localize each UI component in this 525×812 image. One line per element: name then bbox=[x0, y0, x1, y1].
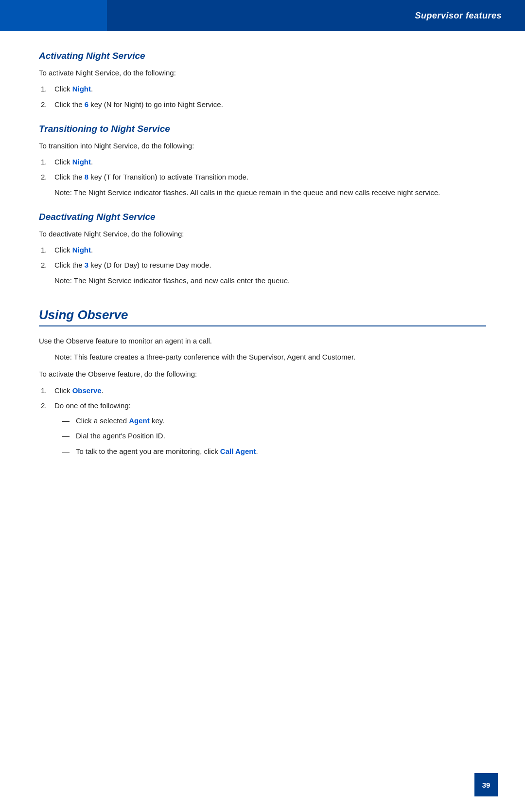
step-text: Do one of the following: bbox=[54, 400, 486, 411]
dash-symbol: — bbox=[62, 430, 76, 441]
step-num: 2. bbox=[39, 99, 54, 110]
main-content: Activating Night Service To activate Nig… bbox=[0, 31, 525, 500]
page-number: 39 bbox=[474, 773, 498, 796]
observe-activate-intro: To activate the Observe feature, do the … bbox=[39, 368, 486, 379]
step-text: Click the 8 key (T for Transition) to ac… bbox=[54, 171, 486, 182]
deactivating-steps-list: 1. Click Night. 2. Click the 3 key (D fo… bbox=[39, 244, 486, 271]
step-num: 2. bbox=[39, 171, 54, 182]
observe-step-2: 2. Do one of the following: bbox=[39, 400, 486, 411]
sub-item-text: To talk to the agent you are monitoring,… bbox=[76, 446, 486, 457]
dash-symbol: — bbox=[62, 446, 76, 457]
night-link-2[interactable]: Night bbox=[72, 158, 91, 166]
agent-link[interactable]: Agent bbox=[129, 416, 150, 425]
step-text: Click Night. bbox=[54, 244, 486, 255]
dash-symbol: — bbox=[62, 415, 76, 426]
observe-step-1: 1. Click Observe. bbox=[39, 385, 486, 396]
activating-intro: To activate Night Service, do the follow… bbox=[39, 67, 486, 78]
observe-sub-item-3: — To talk to the agent you are monitorin… bbox=[62, 446, 486, 457]
sub-item-text: Click a selected Agent key. bbox=[76, 415, 486, 426]
night-link-3[interactable]: Night bbox=[72, 246, 91, 254]
observe-sub-item-1: — Click a selected Agent key. bbox=[62, 415, 486, 426]
observe-sub-item-2: — Dial the agent's Position ID. bbox=[62, 430, 486, 441]
header-title: Supervisor features bbox=[415, 11, 502, 21]
step-text: Click Observe. bbox=[54, 385, 486, 396]
activating-step-2: 2. Click the 6 key (N for Night) to go i… bbox=[39, 99, 486, 110]
observe-steps-list: 1. Click Observe. 2. Do one of the follo… bbox=[39, 385, 486, 412]
step-text: Click the 6 key (N for Night) to go into… bbox=[54, 99, 486, 110]
sub-item-text: Dial the agent's Position ID. bbox=[76, 430, 486, 441]
transitioning-step-1: 1. Click Night. bbox=[39, 156, 486, 167]
step-num: 1. bbox=[39, 244, 54, 255]
deactivating-note: Note: The Night Service indicator flashe… bbox=[54, 275, 486, 286]
step-num: 2. bbox=[39, 400, 54, 411]
key-3: 3 bbox=[85, 261, 88, 269]
call-agent-link[interactable]: Call Agent bbox=[220, 447, 256, 455]
activating-steps-list: 1. Click Night. 2. Click the 6 key (N fo… bbox=[39, 83, 486, 110]
deactivating-step-1: 1. Click Night. bbox=[39, 244, 486, 255]
deactivating-step-2: 2. Click the 3 key (D for Day) to resume… bbox=[39, 259, 486, 271]
header-bar: Supervisor features bbox=[0, 0, 525, 31]
key-6: 6 bbox=[85, 100, 88, 108]
step-text: Click the 3 key (D for Day) to resume Da… bbox=[54, 259, 486, 271]
deactivating-night-service-heading: Deactivating Night Service bbox=[39, 212, 486, 222]
step-text: Click Night. bbox=[54, 156, 486, 167]
observe-note: Note: This feature creates a three-party… bbox=[54, 351, 486, 362]
transitioning-intro: To transition into Night Service, do the… bbox=[39, 140, 486, 151]
transitioning-steps-list: 1. Click Night. 2. Click the 8 key (T fo… bbox=[39, 156, 486, 183]
step-num: 2. bbox=[39, 259, 54, 271]
observe-sub-list: — Click a selected Agent key. — Dial the… bbox=[62, 415, 486, 457]
transitioning-step-2: 2. Click the 8 key (T for Transition) to… bbox=[39, 171, 486, 182]
deactivating-intro: To deactivate Night Service, do the foll… bbox=[39, 228, 486, 239]
activating-night-service-heading: Activating Night Service bbox=[39, 51, 486, 61]
step-num: 1. bbox=[39, 156, 54, 167]
using-observe-heading: Using Observe bbox=[39, 307, 486, 326]
transitioning-night-service-heading: Transitioning to Night Service bbox=[39, 124, 486, 134]
night-link-1[interactable]: Night bbox=[72, 85, 91, 93]
transitioning-note: Note: The Night Service indicator flashe… bbox=[54, 187, 486, 198]
activating-step-1: 1. Click Night. bbox=[39, 83, 486, 94]
observe-intro: Use the Observe feature to monitor an ag… bbox=[39, 335, 486, 346]
key-8: 8 bbox=[85, 173, 88, 181]
step-num: 1. bbox=[39, 385, 54, 396]
observe-link[interactable]: Observe bbox=[72, 386, 102, 395]
step-num: 1. bbox=[39, 83, 54, 94]
step-text: Click Night. bbox=[54, 83, 486, 94]
